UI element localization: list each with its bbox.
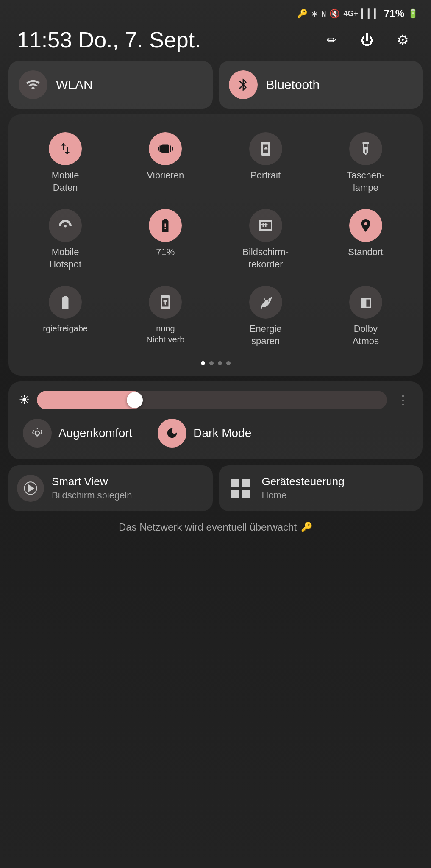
remote-icon-circle — [149, 286, 182, 319]
bluetooth-toggle[interactable]: Bluetooth — [219, 61, 423, 108]
portrait-toggle[interactable]: Portrait — [217, 126, 315, 200]
smart-view-subtitle: Bildschirm spiegeln — [52, 490, 132, 501]
device-control-tile[interactable]: Gerätesteuerung Home — [219, 465, 423, 511]
eye-comfort-label: Augenkomfort — [58, 426, 132, 440]
network-key-icon: 🔑 — [301, 522, 312, 533]
energy-save-label: Energiesparen — [250, 323, 282, 347]
vibrate-toggle[interactable]: Vibrieren — [116, 126, 214, 200]
eye-comfort-icon — [31, 427, 44, 440]
grid-dot-3 — [231, 490, 239, 498]
mobile-data-icon-circle — [49, 132, 82, 165]
hotspot-label: MobileHotspot — [49, 246, 81, 270]
edit-icon: ✏ — [327, 33, 336, 47]
header-actions: ✏ ⏻ ⚙ — [320, 28, 414, 51]
qs-grid: MobileDaten Vibrieren Portrait — [16, 126, 415, 353]
dolby-label: DolbyAtmos — [353, 323, 379, 347]
location-icon — [358, 218, 373, 233]
dark-mode-icon — [166, 427, 178, 440]
flashlight-label: Taschen-lampe — [347, 170, 384, 194]
edit-button[interactable]: ✏ — [320, 28, 343, 51]
bluetooth-icon — [236, 78, 250, 92]
bottom-tiles-row: Smart View Bildschirm spiegeln Geräteste… — [8, 465, 423, 511]
device-control-text: Gerätesteuerung Home — [262, 475, 345, 501]
brightness-more-button[interactable]: ⋮ — [394, 391, 412, 409]
network-4g-icon: 4G+ — [343, 9, 358, 18]
brightness-thumb — [127, 392, 143, 408]
pagination-dots — [16, 361, 415, 365]
bluetooth-status-icon: ∗ — [311, 8, 318, 19]
signal-icon: ▎▎▎ — [361, 8, 381, 19]
smart-view-title: Smart View — [52, 475, 132, 488]
brightness-icon: ☀ — [19, 392, 30, 407]
remote-icon — [158, 295, 173, 310]
portrait-label: Portrait — [250, 170, 281, 182]
dolby-icon: ◧ — [360, 295, 371, 309]
screen-recorder-icon-circle — [249, 209, 282, 242]
pagination-dot-2 — [209, 361, 214, 365]
mute-icon: 🔇 — [329, 8, 340, 19]
flashlight-toggle[interactable]: Taschen-lampe — [317, 126, 415, 200]
power-share-label: rgiefreigabe — [43, 323, 88, 334]
device-control-title: Gerätesteuerung — [262, 475, 345, 488]
brightness-row: ☀ ⋮ — [19, 391, 412, 409]
dolby-icon-circle: ◧ — [349, 286, 382, 319]
screen-lock-portrait-icon — [258, 141, 273, 156]
grid-dot-2 — [242, 479, 250, 487]
mobile-data-label: MobileDaten — [52, 170, 79, 194]
power-icon: ⏻ — [360, 32, 374, 48]
vpn-key-icon: 🔑 — [297, 8, 308, 19]
mobile-data-toggle[interactable]: MobileDaten — [16, 126, 114, 200]
network-notice-text: Das Netzwerk wird eventuell überwacht — [119, 521, 297, 533]
settings-icon: ⚙ — [397, 32, 409, 48]
data-arrows-icon — [58, 141, 73, 156]
power-share-toggle[interactable]: rgiefreigabe — [16, 280, 114, 353]
time-display: 11:53 — [17, 28, 72, 52]
bluetooth-label: Bluetooth — [266, 78, 320, 92]
portrait-icon-circle — [249, 132, 282, 165]
nfc-icon: N — [322, 9, 326, 18]
grid-dots-icon — [231, 479, 250, 498]
brightness-slider[interactable] — [37, 391, 387, 409]
wlan-toggle[interactable]: WLAN — [8, 61, 213, 108]
power-share-icon-circle — [49, 286, 82, 319]
battery-toggle[interactable]: 71% — [116, 203, 214, 276]
battery-percentage: 71% — [384, 8, 404, 19]
battery-icon: 🔋 — [408, 8, 418, 19]
location-icon-circle — [349, 209, 382, 242]
smart-view-tile[interactable]: Smart View Bildschirm spiegeln — [8, 465, 213, 511]
eye-comfort-icon-circle — [23, 419, 52, 448]
grid-dot-1 — [231, 479, 239, 487]
dolby-atmos-toggle[interactable]: ◧ DolbyAtmos — [317, 280, 415, 353]
pagination-dot-4 — [226, 361, 231, 365]
eye-comfort-toggle[interactable]: Augenkomfort — [23, 419, 132, 448]
flashlight-icon-circle — [349, 132, 382, 165]
settings-button[interactable]: ⚙ — [391, 28, 414, 51]
hotspot-toggle[interactable]: MobileHotspot — [16, 203, 114, 276]
remote-control-toggle[interactable]: nungNicht verb — [116, 280, 214, 353]
screen-recorder-toggle[interactable]: Bildschirm-rekorder — [217, 203, 315, 276]
wlan-label: WLAN — [56, 78, 93, 92]
more-vertical-icon: ⋮ — [397, 393, 409, 407]
date-display: Do., 7. Sept. — [78, 28, 201, 52]
dark-mode-icon-circle — [158, 419, 186, 448]
battery-pct-label: 71% — [156, 246, 175, 259]
screen-recorder-icon — [258, 218, 273, 233]
display-toggles-row: Augenkomfort Dark Mode — [19, 419, 412, 448]
quick-toggle-row: WLAN Bluetooth — [0, 61, 431, 108]
vibrate-icon — [158, 141, 173, 156]
smart-view-icon-circle — [17, 475, 44, 502]
brightness-fill — [37, 391, 142, 409]
brightness-panel: ☀ ⋮ Augenkomfort Dark Mode — [8, 381, 423, 459]
location-label: Standort — [348, 246, 383, 259]
device-control-icon — [227, 475, 254, 502]
location-toggle[interactable]: Standort — [317, 203, 415, 276]
vibrate-label: Vibrieren — [147, 170, 184, 182]
power-button[interactable]: ⏻ — [356, 28, 378, 51]
wlan-icon-circle — [19, 70, 47, 99]
leaf-icon — [258, 295, 273, 310]
bluetooth-icon-circle — [229, 70, 258, 99]
energy-save-toggle[interactable]: Energiesparen — [217, 280, 315, 353]
dark-mode-toggle[interactable]: Dark Mode — [158, 419, 251, 448]
remote-label: nungNicht verb — [146, 323, 184, 345]
battery-icon-circle — [149, 209, 182, 242]
